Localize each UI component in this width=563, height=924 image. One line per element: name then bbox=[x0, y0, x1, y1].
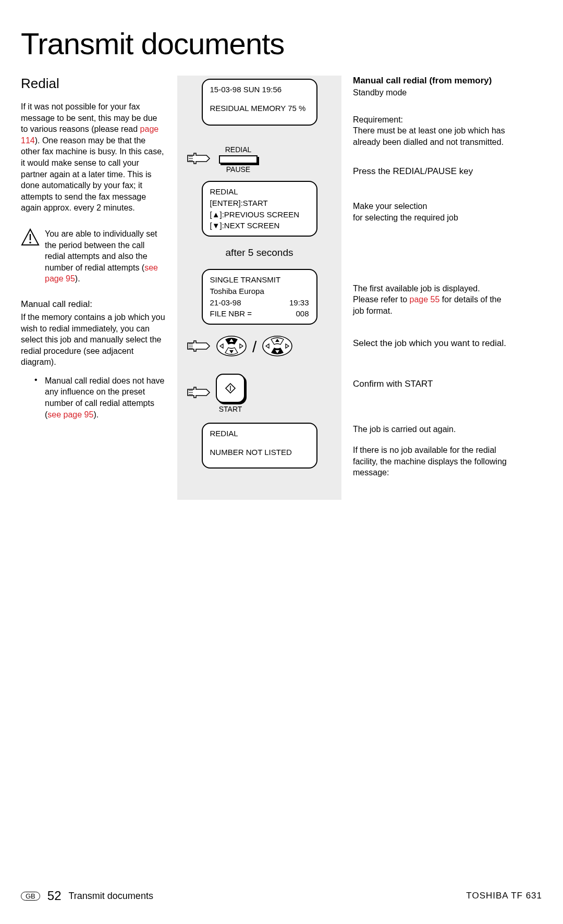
lcd-date: 21-03-98 bbox=[210, 297, 241, 309]
lcd-time: 19:33 bbox=[289, 297, 309, 309]
lcd-not-listed: REDIAL NUMBER NOT LISTED bbox=[202, 423, 317, 469]
start-button[interactable] bbox=[216, 374, 245, 403]
selection-block: Make your selection for selecting the re… bbox=[353, 201, 508, 223]
job-text-2a: Please refer to bbox=[353, 295, 410, 304]
warning-icon bbox=[21, 228, 40, 285]
gb-badge: GB bbox=[21, 892, 40, 901]
after-5-seconds: after 5 seconds bbox=[187, 247, 332, 258]
page-number: 52 bbox=[47, 889, 62, 903]
lcd-line: NUMBER NOT LISTED bbox=[210, 447, 309, 458]
step-confirm-start: Confirm with START bbox=[353, 379, 508, 389]
link-page-55[interactable]: page 55 bbox=[410, 295, 440, 304]
step-press-redial: Press the REDIAL/PAUSE key bbox=[353, 166, 508, 177]
lcd-file-num: 008 bbox=[296, 308, 309, 319]
section-heading-redial: Redial bbox=[21, 76, 166, 92]
page-title: Transmit documents bbox=[21, 26, 542, 61]
lcd-line: [▼]:NEXT SCREEN bbox=[210, 220, 309, 231]
redial-pause-button[interactable] bbox=[219, 155, 258, 164]
lcd-line: REDIAL bbox=[210, 428, 309, 439]
lcd-job-display: SINGLE TRANSMIT Toshiba Europa 21-03-98 … bbox=[202, 269, 317, 325]
job-displayed-block: The first available job is displayed. Pl… bbox=[353, 283, 508, 317]
standby-mode-text: Standby mode bbox=[353, 87, 508, 98]
redial-pause-key: REDIAL PAUSE bbox=[219, 145, 258, 174]
lcd-redial-menu: REDIAL [ENTER]:START [▲]:PREVIOUS SCREEN… bbox=[202, 181, 317, 237]
intro-paragraph: If it was not possible for your fax mess… bbox=[21, 101, 166, 214]
nav-down-key[interactable] bbox=[262, 335, 293, 359]
lcd-line: SINGLE TRANSMIT bbox=[210, 274, 309, 286]
lcd-line: [▲]:PREVIOUS SCREEN bbox=[210, 209, 309, 220]
brand-model: TOSHIBA TF 631 bbox=[466, 891, 542, 901]
subheading-manual-redial: Manual call redial: bbox=[21, 299, 166, 310]
warning-text-b: ). bbox=[75, 274, 80, 283]
selection-line-1: Make your selection bbox=[353, 202, 427, 211]
lcd-line: RESIDUAL MEMORY 75 % bbox=[210, 103, 309, 114]
nav-up-key[interactable] bbox=[216, 335, 247, 359]
press-redial-row: REDIAL PAUSE bbox=[187, 145, 332, 174]
warning-block: You are able to individually set the per… bbox=[21, 228, 166, 285]
chapter-name: Transmit documents bbox=[69, 891, 153, 902]
key-label-pause: PAUSE bbox=[226, 165, 250, 174]
job-carried-out: The job is carried out again. bbox=[353, 424, 508, 435]
svg-point-2 bbox=[29, 242, 31, 244]
page-footer: GB 52 Transmit documents TOSHIBA TF 631 bbox=[21, 889, 542, 903]
intro-text-b: ). One reason may be that the other fax … bbox=[21, 136, 164, 213]
right-column: Manual call redial (from memory) Standby… bbox=[341, 76, 508, 500]
pointing-hand-icon bbox=[187, 384, 211, 403]
manual-redial-paragraph: If the memory contains a job which you w… bbox=[21, 312, 166, 368]
middle-column: 15-03-98 SUN 19:56 RESIDUAL MEMORY 75 % … bbox=[177, 76, 341, 500]
nav-keys-row: / bbox=[187, 335, 332, 359]
lcd-file-label: FILE NBR = bbox=[210, 308, 252, 319]
requirement-text: There must be at least one job which has… bbox=[353, 126, 505, 146]
lcd-line: Toshiba Europa bbox=[210, 286, 309, 297]
lcd-line: [ENTER]:START bbox=[210, 198, 309, 209]
bullet-item: • Manual call redial does not have any i… bbox=[34, 375, 166, 420]
bullet-text-b: ). bbox=[93, 410, 99, 419]
requirement-label: Requirement: bbox=[353, 115, 403, 124]
no-job-message: If there is no job available for the red… bbox=[353, 445, 508, 478]
requirement-block: Requirement: There must be at least one … bbox=[353, 114, 508, 148]
lcd-line: 15-03-98 SUN 19:56 bbox=[210, 84, 309, 95]
bullet-dot: • bbox=[34, 375, 40, 420]
pointing-hand-icon bbox=[187, 338, 211, 356]
lcd-standby: 15-03-98 SUN 19:56 RESIDUAL MEMORY 75 % bbox=[202, 79, 317, 126]
slash-divider: / bbox=[252, 338, 256, 356]
step-select-job: Select the job which you want to redial. bbox=[353, 338, 508, 349]
key-label-redial: REDIAL bbox=[225, 145, 252, 154]
right-heading: Manual call redial (from memory) bbox=[353, 76, 508, 86]
job-text-1: The first available job is displayed. bbox=[353, 284, 480, 293]
start-label: START bbox=[219, 405, 242, 413]
intro-text-a: If it was not possible for your fax mess… bbox=[21, 102, 157, 133]
start-key-row: START bbox=[187, 374, 332, 413]
content-columns: Redial If it was not possible for your f… bbox=[21, 76, 542, 500]
warning-text-a: You are able to individually set the per… bbox=[45, 229, 157, 272]
pointing-hand-icon bbox=[187, 150, 211, 169]
link-page-95-b[interactable]: see page 95 bbox=[47, 410, 93, 419]
lcd-line: REDIAL bbox=[210, 186, 309, 198]
left-column: Redial If it was not possible for your f… bbox=[21, 76, 177, 500]
selection-line-2: for selecting the required job bbox=[353, 213, 458, 222]
